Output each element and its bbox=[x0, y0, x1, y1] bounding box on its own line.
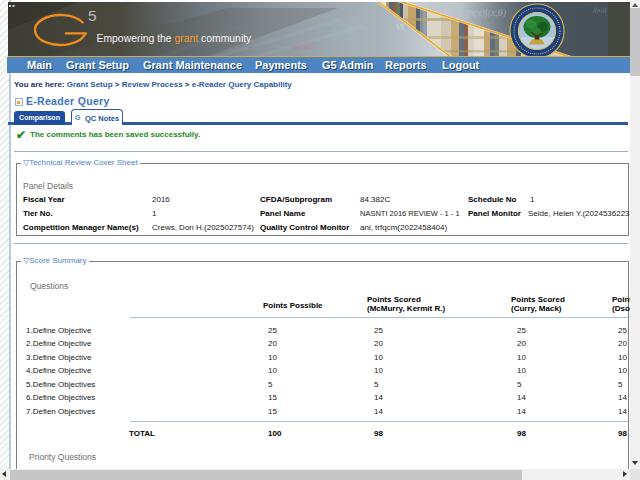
svg-text:∫π(x)∫(x,θ): ∫π(x)∫(x,θ) bbox=[465, 7, 507, 19]
svg-text:VI: VI bbox=[396, 23, 404, 32]
svg-text:5: 5 bbox=[88, 7, 97, 24]
svg-text:Empowering the grant community: Empowering the grant community. bbox=[97, 33, 254, 44]
svg-text:f(x,t): f(x,t) bbox=[593, 6, 607, 14]
